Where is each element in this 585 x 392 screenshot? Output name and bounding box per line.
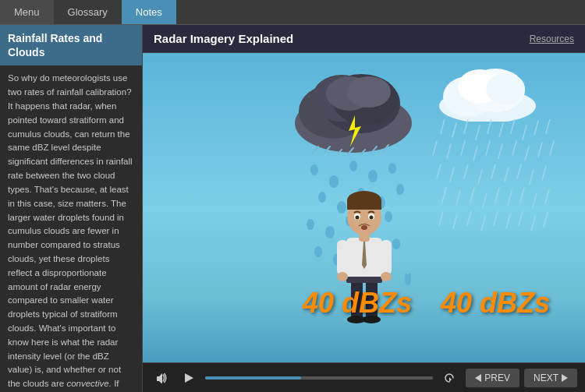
svg-rect-94 [337, 240, 348, 275]
white-cloud [437, 67, 538, 122]
svg-line-62 [494, 211, 498, 225]
svg-point-19 [486, 73, 525, 104]
svg-line-63 [506, 214, 510, 228]
svg-point-106 [361, 225, 367, 230]
svg-line-43 [478, 170, 482, 184]
svg-line-42 [464, 164, 468, 178]
bottom-controls: PREV NEXT [143, 362, 585, 392]
progress-bar[interactable] [205, 376, 433, 380]
svg-line-57 [545, 189, 549, 203]
svg-line-28 [534, 121, 538, 135]
svg-point-105 [369, 216, 373, 220]
sidebar-content[interactable]: So why do meteorologists use two rates o… [0, 65, 142, 392]
svg-marker-108 [449, 377, 452, 382]
svg-line-7 [313, 147, 318, 153]
dbz-right-label: 40 dBZs [441, 287, 550, 320]
svg-line-41 [450, 168, 454, 182]
svg-line-58 [439, 211, 443, 225]
svg-point-69 [349, 161, 357, 171]
svg-line-53 [495, 188, 499, 202]
svg-line-54 [508, 191, 512, 205]
svg-line-60 [467, 211, 471, 225]
main-layout: Rainfall Rates and Clouds So why do mete… [0, 25, 585, 392]
svg-line-46 [517, 164, 521, 178]
svg-line-33 [473, 147, 477, 161]
svg-line-48 [542, 166, 546, 180]
svg-line-34 [486, 141, 490, 155]
svg-line-47 [530, 170, 534, 184]
svg-marker-109 [475, 374, 481, 382]
svg-point-67 [310, 164, 318, 175]
svg-line-66 [544, 213, 548, 227]
svg-point-82 [314, 246, 322, 257]
svg-line-20 [441, 119, 445, 133]
content-title: Radar Imagery Explained [154, 32, 293, 45]
svg-line-26 [511, 119, 515, 133]
svg-line-36 [512, 141, 516, 155]
svg-point-72 [318, 192, 326, 203]
volume-button[interactable] [151, 371, 172, 385]
svg-line-56 [533, 193, 537, 207]
play-button[interactable] [179, 371, 199, 385]
svg-point-6 [347, 76, 391, 108]
svg-line-32 [461, 141, 465, 155]
glossary-nav-item[interactable]: Glossary [54, 0, 122, 24]
svg-line-64 [519, 211, 523, 225]
svg-point-104 [355, 216, 359, 220]
sidebar-paragraph-1: So why do meteorologists use two rates o… [8, 72, 134, 392]
svg-marker-110 [562, 374, 568, 382]
svg-line-30 [433, 141, 437, 155]
svg-line-65 [531, 217, 535, 231]
rain-right [429, 119, 562, 298]
svg-line-21 [452, 123, 456, 137]
progress-bar-fill [205, 376, 301, 380]
svg-rect-93 [346, 277, 382, 283]
sidebar: Rainfall Rates and Clouds So why do mete… [0, 25, 143, 392]
svg-line-35 [498, 144, 502, 158]
svg-line-25 [499, 123, 503, 137]
svg-line-29 [546, 119, 550, 133]
svg-line-51 [470, 188, 474, 202]
svg-line-61 [481, 217, 485, 231]
svg-line-24 [488, 119, 491, 133]
svg-line-38 [538, 143, 542, 157]
svg-line-22 [464, 119, 468, 133]
reload-button[interactable] [439, 371, 459, 385]
svg-line-45 [505, 168, 509, 182]
svg-point-96 [337, 272, 348, 281]
next-button[interactable]: NEXT [524, 369, 577, 387]
svg-line-49 [442, 188, 446, 202]
video-area: 40 dBZs 40 dBZs [143, 53, 585, 362]
svg-line-55 [520, 188, 524, 202]
dbz-left-label: 40 dBZs [303, 287, 412, 320]
prev-button[interactable]: PREV [466, 369, 519, 387]
svg-line-59 [453, 214, 457, 228]
svg-point-97 [381, 272, 392, 281]
resources-link[interactable]: Resources [530, 34, 574, 44]
svg-point-71 [388, 163, 396, 174]
notes-nav-item[interactable]: Notes [122, 0, 176, 24]
svg-line-39 [550, 141, 554, 155]
svg-line-27 [523, 125, 526, 139]
content-area: Radar Imagery Explained Resources [143, 25, 585, 392]
svg-line-37 [525, 147, 529, 161]
storm-cloud [291, 69, 416, 154]
top-navigation: Menu Glossary Notes [0, 0, 585, 25]
svg-line-31 [447, 144, 451, 158]
svg-rect-101 [347, 200, 381, 210]
content-header: Radar Imagery Explained Resources [143, 25, 585, 53]
svg-rect-95 [381, 240, 392, 275]
svg-line-50 [456, 191, 460, 205]
svg-marker-107 [185, 373, 193, 383]
menu-nav-item[interactable]: Menu [0, 0, 54, 24]
svg-point-77 [307, 219, 314, 230]
svg-line-23 [476, 125, 480, 139]
sidebar-title: Rainfall Rates and Clouds [0, 25, 142, 65]
svg-line-44 [491, 164, 495, 178]
svg-line-52 [483, 193, 487, 207]
svg-line-40 [437, 164, 441, 178]
nav-controls: PREV NEXT [466, 369, 577, 387]
